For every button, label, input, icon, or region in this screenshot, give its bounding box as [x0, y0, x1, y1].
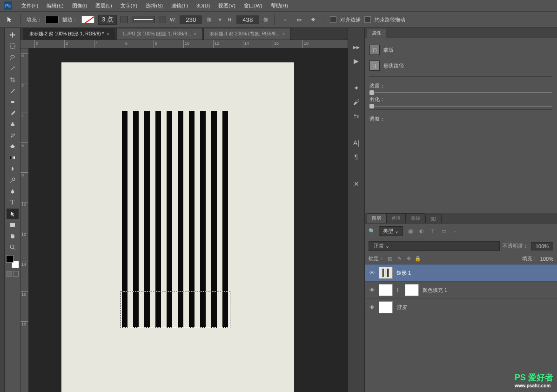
gradient-tool-icon[interactable] [7, 153, 19, 163]
foreground-background-swatch[interactable] [6, 255, 19, 268]
history-brush-icon[interactable] [7, 130, 19, 141]
lock-pos-icon[interactable]: ✥ [405, 256, 412, 262]
doc-tab-1[interactable]: 未标题-2 @ 100% (矩形 1, RGB/8) *× [23, 28, 115, 40]
constrain-path-checkbox[interactable] [364, 16, 371, 23]
stroke-width-dropdown[interactable] [121, 16, 128, 23]
crop-tool-icon[interactable] [7, 74, 19, 85]
menu-help[interactable]: 帮助(H) [267, 1, 292, 11]
stroke-style-dropdown[interactable] [159, 16, 166, 23]
blend-mode-select[interactable]: 正常 ⌄ [369, 241, 500, 251]
lasso-tool-icon[interactable] [7, 52, 19, 62]
filter-shape-icon[interactable]: ▭ [440, 228, 448, 235]
arrow-icon[interactable]: ▶ [351, 56, 362, 66]
3d-tab[interactable]: 3D [425, 215, 442, 223]
path-align-icon[interactable]: ▭ [294, 14, 304, 25]
filter-smart-icon[interactable]: ▫ [451, 228, 459, 235]
wand-tool-icon[interactable] [7, 63, 19, 74]
heal-tool-icon[interactable] [7, 97, 19, 107]
blur-tool-icon[interactable] [7, 164, 19, 174]
close-icon[interactable]: × [282, 32, 285, 37]
layer-row[interactable]: 👁 ⌇ 颜色填充 1 [365, 282, 557, 299]
channels-tab[interactable]: 通道 [386, 213, 406, 223]
brushes-icon[interactable]: ✦ [351, 83, 362, 93]
visibility-icon[interactable]: 👁 [369, 304, 375, 310]
menu-edit[interactable]: 编辑(E) [43, 1, 67, 11]
eyedropper-tool-icon[interactable] [7, 86, 19, 96]
paragraph-icon[interactable]: ¶ [351, 152, 362, 162]
layer-row[interactable]: 👁 矩形 1 [365, 264, 557, 282]
visibility-icon[interactable]: 👁 [369, 270, 375, 276]
doc-tab-3[interactable]: 未标题-1 @ 200% (背景, RGB/8...× [203, 28, 291, 40]
menu-layer[interactable]: 图层(L) [92, 1, 115, 11]
menu-3d[interactable]: 3D(D) [193, 1, 214, 10]
layer-row[interactable]: 👁 背景 [365, 299, 557, 316]
stamp-tool-icon[interactable] [7, 119, 19, 129]
paths-tab[interactable]: 路径 [406, 213, 425, 223]
lock-all-icon[interactable]: 🔒 [415, 256, 421, 262]
width-input[interactable] [180, 15, 202, 24]
screen-mode-icon[interactable] [7, 271, 19, 277]
feather-slider[interactable] [369, 106, 552, 107]
pen-tool-icon[interactable] [7, 186, 19, 196]
align-edges-checkbox[interactable] [330, 16, 336, 23]
close-icon[interactable]: × [194, 32, 196, 37]
settings-icon[interactable]: ⇆ [351, 111, 362, 121]
dodge-tool-icon[interactable] [7, 175, 19, 185]
density-slider[interactable] [369, 92, 552, 93]
lock-trans-icon[interactable]: ▨ [387, 256, 393, 262]
layer-name[interactable]: 背景 [396, 304, 553, 311]
fill-swatch[interactable] [46, 16, 59, 23]
layers-tab[interactable]: 图层 [367, 213, 386, 223]
layers-panel: 图层 通道 路径 3D 🔍 类型 ⌄ ▦ ◐ T ▭ ▫ 正常 ⌄ 不透明度： [365, 213, 557, 392]
mask-label: 蒙版 [383, 47, 394, 54]
collapse-strip[interactable] [0, 28, 5, 392]
swatches-icon[interactable]: 🖌 [351, 97, 362, 107]
search-icon[interactable]: 🔍 [369, 228, 375, 234]
tools-preset-icon[interactable]: ✕ [351, 179, 362, 189]
menu-file[interactable]: 文件(F) [18, 1, 42, 11]
eraser-tool-icon[interactable] [7, 142, 19, 152]
filter-type-icon[interactable]: T [429, 228, 436, 235]
link-icon[interactable]: ⌇ [396, 287, 401, 293]
type-tool-icon[interactable]: T [7, 197, 19, 208]
visibility-icon[interactable]: 👁 [369, 287, 375, 293]
lock-pixel-icon[interactable]: ✎ [396, 256, 403, 262]
menu-select[interactable]: 选择(S) [142, 1, 167, 11]
marquee-tool-icon[interactable] [7, 41, 19, 51]
layer-name[interactable]: 矩形 1 [396, 270, 553, 277]
menu-type[interactable]: 文字(Y) [117, 1, 141, 11]
stroke-width-input[interactable] [98, 15, 117, 25]
zoom-tool-icon[interactable] [7, 242, 19, 252]
filter-kind-select[interactable]: 类型 ⌄ [379, 226, 403, 236]
opacity-value[interactable]: 100% [531, 242, 553, 250]
link-wh-icon[interactable]: ⚭ [215, 15, 224, 24]
path-selection-tool-icon[interactable] [7, 209, 19, 219]
mask-thumb-icon[interactable]: ◻ [369, 45, 380, 55]
history-panel-icon[interactable]: ▸▸ [351, 42, 362, 52]
stroke-swatch[interactable] [81, 16, 94, 23]
stroke-style-preview[interactable] [132, 16, 155, 23]
doc-tab-2[interactable]: 1.JPG @ 100% (图层 1, RGB/8...× [116, 28, 202, 40]
brush-tool-icon[interactable] [7, 108, 19, 118]
menu-window[interactable]: 窗口(W) [240, 1, 266, 11]
filter-pixel-icon[interactable]: ▦ [407, 228, 414, 235]
character-icon[interactable]: A| [351, 138, 362, 148]
menu-view[interactable]: 视图(V) [215, 1, 239, 11]
shape-path-icon[interactable]: || [369, 61, 380, 71]
rectangle-tool-icon[interactable] [7, 220, 19, 230]
canvas-viewport[interactable] [29, 48, 348, 392]
horizontal-ruler: 024681012141618 [20, 40, 348, 48]
menu-image[interactable]: 图像(I) [68, 1, 91, 11]
path-arrange-icon[interactable]: ❖ [308, 14, 318, 25]
hand-tool-icon[interactable] [7, 231, 19, 241]
layer-name[interactable]: 颜色填充 1 [423, 287, 553, 294]
fill-opacity-value[interactable]: 100% [540, 256, 553, 262]
move-tool-icon[interactable] [7, 30, 19, 40]
menu-filter[interactable]: 滤镜(T) [168, 1, 192, 11]
height-input[interactable] [236, 15, 259, 24]
path-selection-icon[interactable] [5, 14, 15, 25]
properties-tab[interactable]: 属性 [367, 28, 386, 38]
filter-adjust-icon[interactable]: ◐ [418, 228, 425, 235]
path-ops-icon[interactable]: ▫ [280, 14, 290, 25]
close-icon[interactable]: × [107, 32, 109, 37]
